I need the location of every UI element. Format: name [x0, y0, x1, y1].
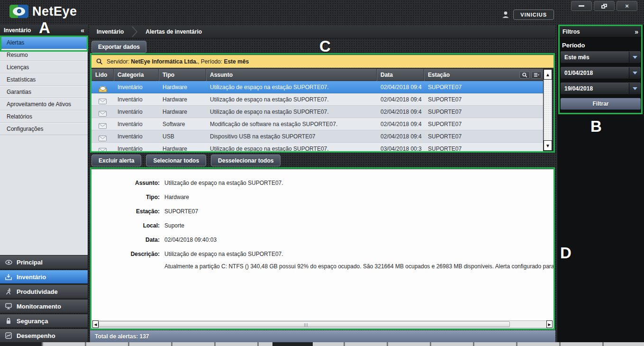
detail-label-local: Local: [91, 222, 160, 229]
sidebar-item-resumo[interactable]: Resumo [0, 49, 88, 61]
annotation-letter-c: C [319, 37, 331, 55]
restore-button[interactable] [594, 1, 615, 11]
date-to-dropdown[interactable]: 19/04/2018 [560, 82, 641, 95]
table-row[interactable]: Inventário Software Modificação de softw… [91, 118, 543, 130]
sidebar-title: Inventário [4, 27, 31, 34]
runner-icon [5, 288, 12, 295]
detail-value-descricao: Utilização de espaço na estação SUPORTE0… [164, 251, 283, 257]
export-data-button[interactable]: Exportar dados [91, 41, 146, 53]
table-row[interactable]: Inventário Hardware Utilização de espaço… [91, 81, 543, 93]
neteye-window: NetEye VINICIUS × Inventário « Alertas R… [0, 0, 644, 346]
collapse-sidebar-icon[interactable]: « [81, 27, 84, 34]
neteye-eye-icon [9, 5, 28, 18]
filter-button[interactable]: Filtrar [560, 98, 641, 110]
taskbar-edge [0, 342, 644, 346]
detail-description-line2: Atualmente a partição C: NTFS () 340,48 … [164, 263, 553, 270]
detail-value-data: 02/04/2018 09:40:03 [164, 237, 217, 243]
column-estacao[interactable]: Estação [424, 69, 519, 81]
minimize-icon [579, 5, 584, 7]
breadcrumb-alertas-de-inventario[interactable]: Alertas de inventário [138, 28, 209, 35]
scrollbar-thumb[interactable] [99, 321, 510, 327]
chevron-down-icon [633, 87, 637, 90]
table-row[interactable]: Inventário Hardware Utilização de espaço… [91, 106, 543, 118]
monitor-icon [5, 302, 12, 310]
detail-horizontal-scrollbar[interactable] [92, 320, 553, 328]
status-bar: Total de alertas: 137 [90, 330, 555, 342]
column-data[interactable]: Data [377, 69, 424, 81]
scroll-left-button[interactable]: ◄ [92, 320, 99, 328]
detail-label-assunto: Assunto: [91, 180, 160, 186]
deselect-all-button[interactable]: Desselecionar todos [211, 155, 281, 166]
period-dropdown[interactable]: Este mês [560, 51, 641, 64]
scroll-up-button[interactable]: ▲ [544, 69, 552, 80]
app-logo: NetEye [9, 3, 77, 20]
table-row[interactable]: Inventário USB Dispositivo USB na estaçã… [91, 130, 543, 143]
column-lido[interactable]: Lido [91, 69, 114, 81]
nav-item-seguranca[interactable]: Segurança [0, 314, 88, 328]
column-tipo[interactable]: Tipo [159, 69, 206, 81]
detail-value-local: Suporte [164, 222, 184, 229]
sidebar-menu: Alertas Resumo Licenças Estatísticas Gar… [0, 36, 88, 255]
delete-alert-button[interactable]: Excluir alerta [91, 155, 141, 166]
select-all-button[interactable]: Selecionar todos [146, 155, 206, 166]
table-menu-button[interactable] [531, 71, 542, 79]
close-icon: × [625, 2, 629, 9]
user-button[interactable]: VINICIUS [513, 9, 554, 20]
user-icon [502, 11, 509, 18]
nav-item-principal[interactable]: Principal [0, 255, 88, 269]
app-name: NetEye [32, 4, 77, 19]
closed-envelope-icon [91, 143, 114, 151]
sidebar-item-garantias[interactable]: Garantias [0, 86, 88, 98]
nav-item-monitoramento[interactable]: Monitoramento [0, 299, 88, 313]
annotation-letter-a: A [39, 19, 50, 37]
sidebar-item-configuracoes[interactable]: Configurações [0, 123, 88, 135]
expand-filters-icon[interactable]: » [635, 28, 638, 36]
filter-summary-bar: Servidor: NetEye Informática Ltda., Perí… [91, 55, 553, 68]
closed-envelope-icon [91, 106, 114, 118]
chevron-down-icon [633, 72, 637, 74]
alerts-table-header: Lido Categoria Tipo Assunto Data Estação [91, 69, 543, 81]
detail-value-assunto: Utilização de espaço na estação SUPORTE0… [164, 180, 283, 186]
dropdown-arrow-button[interactable] [629, 67, 640, 78]
nav-item-produtividade[interactable]: Produtividade [0, 284, 88, 299]
sidebar-item-estatisticas[interactable]: Estatísticas [0, 73, 88, 86]
chart-icon [5, 332, 12, 339]
restore-icon [601, 4, 607, 9]
closed-envelope-icon [91, 93, 114, 106]
alerts-table-body: Inventário Hardware Utilização de espaço… [91, 81, 543, 151]
sidebar-item-aproveitamento[interactable]: Aproveitamento de Ativos [0, 98, 88, 110]
sidebar-item-relatorios[interactable]: Relatórios [0, 110, 88, 123]
breadcrumb: Inventário Alertas de inventário [89, 25, 555, 38]
period-label: Período [562, 42, 585, 49]
column-categoria[interactable]: Categoria [114, 69, 159, 81]
total-alerts: Total de alertas: 137 [95, 333, 149, 340]
dropdown-arrow-button[interactable] [629, 52, 640, 63]
list-menu-icon [534, 73, 539, 77]
annotation-letter-b: B [590, 118, 602, 136]
period-value: Este mês [224, 58, 249, 65]
closed-envelope-icon [91, 130, 114, 143]
filters-header: Filtros » [560, 26, 641, 37]
nav-item-inventario[interactable]: Inventário [0, 270, 88, 284]
eye-icon [5, 258, 12, 266]
scroll-down-button[interactable]: ▼ [544, 140, 552, 151]
scroll-right-button[interactable]: ► [546, 320, 553, 328]
minimize-button[interactable] [571, 1, 592, 11]
table-vertical-scrollbar[interactable] [544, 69, 552, 151]
detail-value-tipo: Hardware [164, 194, 189, 200]
chevron-down-icon [633, 56, 637, 59]
table-row[interactable]: Inventário Hardware Utilização de espaço… [91, 143, 543, 151]
sidebar-item-alertas[interactable]: Alertas [0, 36, 88, 49]
close-button[interactable]: × [617, 1, 637, 11]
nav-item-desempenho[interactable]: Desempenho [0, 328, 88, 343]
dropdown-arrow-button[interactable] [629, 83, 640, 94]
date-from-dropdown[interactable]: 01/04/2018 [560, 66, 641, 79]
breadcrumb-inventario[interactable]: Inventário [89, 28, 131, 35]
column-assunto[interactable]: Assunto [206, 69, 377, 81]
search-icon [522, 73, 527, 78]
table-search-button[interactable] [519, 71, 530, 79]
lock-icon [5, 317, 12, 325]
open-envelope-icon [91, 81, 114, 93]
table-row[interactable]: Inventário Hardware Utilização de espaço… [91, 93, 543, 106]
sidebar-item-licencas[interactable]: Licenças [0, 61, 88, 73]
